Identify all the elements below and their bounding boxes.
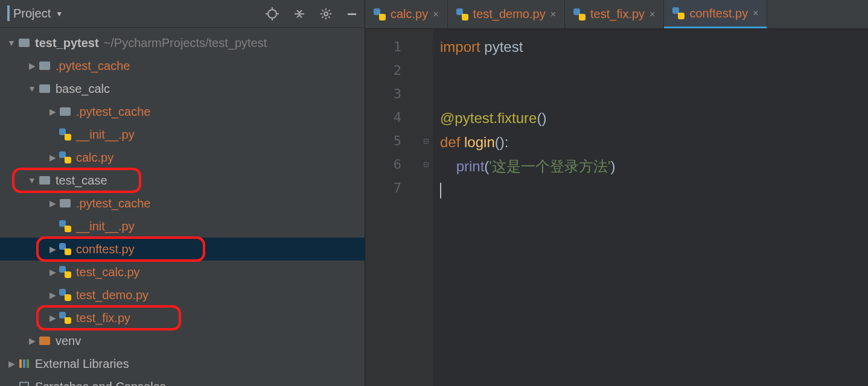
svg-point-0: [268, 10, 276, 18]
editor-area: calc.py×test_demo.py×test_fix.py×conftes…: [365, 0, 868, 386]
svg-line-14: [328, 10, 330, 11]
chevron-right-icon[interactable]: ▶: [48, 153, 57, 162]
svg-rect-17: [23, 359, 25, 368]
close-icon[interactable]: ×: [753, 8, 758, 19]
tab-label: conftest.py: [689, 7, 748, 21]
tree-item--pytest-cache[interactable]: ▶.pytest_cache: [0, 54, 365, 77]
chevron-right-icon[interactable]: ▶: [48, 244, 57, 254]
chevron-right-icon[interactable]: ▶: [7, 359, 16, 369]
tree-item--init-py[interactable]: ▶__init__.py: [0, 215, 365, 238]
project-title[interactable]: Project: [13, 7, 51, 21]
tree-item-label: test_demo.py: [76, 288, 148, 302]
chevron-down-icon[interactable]: ▼: [7, 38, 16, 48]
folder-icon: [59, 106, 71, 118]
python-file-icon: [59, 266, 71, 278]
chevron-right-icon[interactable]: ▶: [48, 290, 57, 300]
chevron-down-icon[interactable]: ▼: [28, 176, 36, 185]
tree-item-label: .pytest_cache: [76, 105, 150, 119]
tree-item-label: test_case: [56, 174, 107, 188]
folder-icon: [39, 83, 51, 95]
svg-line-12: [328, 16, 330, 17]
locate-icon[interactable]: [266, 7, 279, 21]
folder-icon: [18, 37, 30, 49]
fold-marker[interactable]: [420, 35, 433, 59]
project-view-icon[interactable]: [7, 7, 10, 21]
tree-item-label: test_calc.py: [76, 265, 140, 279]
project-sidebar: Project ▼ ▼test_pytest~/PycharmProjects/…: [0, 0, 365, 386]
fold-marker[interactable]: ⊟: [420, 153, 433, 176]
tree-item-label: test_pytest: [35, 36, 99, 50]
folder-icon: [39, 60, 51, 72]
python-file-icon: [59, 151, 71, 163]
tree-item-test-calc-py[interactable]: ▶test_calc.py: [0, 261, 365, 283]
tree-item-label: conftest.py: [76, 242, 135, 256]
fold-marker[interactable]: [420, 106, 433, 129]
svg-line-11: [322, 10, 324, 11]
tree-item--init-py[interactable]: ▶__init__.py: [0, 123, 365, 146]
tab-calc-py[interactable]: calc.py×: [365, 0, 448, 28]
close-icon[interactable]: ×: [649, 9, 655, 20]
external-libraries-icon: [18, 358, 30, 370]
chevron-right-icon[interactable]: ▶: [48, 198, 57, 208]
project-dropdown-icon[interactable]: ▼: [56, 10, 63, 18]
tree-item-label: __init__.py: [76, 220, 135, 233]
line-number: 7: [365, 176, 420, 200]
tree-item-calc-py[interactable]: ▶calc.py: [0, 146, 365, 169]
tree-item--pytest-cache[interactable]: ▶.pytest_cache: [0, 100, 365, 123]
tree-item-label: .pytest_cache: [56, 59, 130, 73]
line-number: 4: [365, 106, 420, 129]
python-file-icon: [59, 243, 71, 255]
tree-item-scratches-and-consoles[interactable]: ▶Scratches and Consoles: [0, 375, 365, 386]
tree-item-base-calc[interactable]: ▼base_calc: [0, 77, 365, 100]
tree-item-label: .pytest_cache: [76, 197, 150, 210]
fold-marker[interactable]: [420, 59, 433, 82]
close-icon[interactable]: ×: [433, 9, 438, 20]
svg-rect-15: [348, 13, 356, 15]
tree-item-label: Scratches and Consoles: [35, 380, 166, 386]
python-file-icon: [573, 8, 586, 21]
settings-icon[interactable]: [320, 8, 332, 20]
tab-conftest-py[interactable]: conftest.py×: [664, 0, 767, 28]
code-editor[interactable]: import pytest @pytest.fixture() def logi…: [433, 29, 868, 386]
chevron-right-icon[interactable]: ▶: [48, 107, 57, 116]
tree-item--pytest-cache[interactable]: ▶.pytest_cache: [0, 192, 365, 215]
tab-test-fix-py[interactable]: test_fix.py×: [565, 0, 664, 28]
tree-item-test-pytest[interactable]: ▼test_pytest~/PycharmProjects/test_pytes…: [0, 31, 365, 54]
svg-rect-18: [27, 359, 29, 368]
tab-test-demo-py[interactable]: test_demo.py×: [448, 0, 565, 28]
svg-rect-16: [19, 359, 22, 368]
tree-item-label: __init__.py: [76, 128, 135, 142]
tree-item-test-fix-py[interactable]: ▶test_fix.py: [0, 306, 365, 329]
python-file-icon: [59, 220, 71, 232]
tree-item-external-libraries[interactable]: ▶External Libraries: [0, 352, 365, 375]
python-file-icon: [374, 8, 386, 21]
line-number: 5: [365, 129, 420, 153]
chevron-right-icon[interactable]: ▶: [28, 61, 36, 71]
gutter: 1234567: [365, 29, 420, 386]
tree-item-path: ~/PycharmProjects/test_pytest: [104, 36, 267, 50]
chevron-right-icon[interactable]: ▶: [28, 336, 36, 346]
python-file-icon: [672, 7, 685, 19]
fold-marker[interactable]: ⊟: [420, 129, 433, 153]
chevron-right-icon[interactable]: ▶: [48, 267, 57, 277]
tree-item-test-case[interactable]: ▼test_case: [0, 169, 365, 192]
tree-item-conftest-py[interactable]: ▶conftest.py: [0, 238, 365, 261]
svg-line-13: [322, 16, 324, 17]
hide-icon[interactable]: [346, 8, 357, 19]
fold-marker[interactable]: [420, 82, 433, 106]
python-file-icon: [59, 289, 71, 301]
collapse-all-icon[interactable]: [293, 8, 305, 20]
tree-item-label: External Libraries: [35, 357, 129, 371]
close-icon[interactable]: ×: [550, 9, 556, 20]
project-tree: ▼test_pytest~/PycharmProjects/test_pytes…: [0, 28, 365, 386]
fold-marker[interactable]: [420, 176, 433, 200]
tab-label: calc.py: [391, 7, 428, 21]
chevron-right-icon[interactable]: ▶: [48, 313, 57, 323]
python-file-icon: [59, 128, 71, 141]
tree-item-venv[interactable]: ▶venv: [0, 329, 365, 352]
tree-item-test-demo-py[interactable]: ▶test_demo.py: [0, 283, 365, 306]
line-number: 1: [365, 35, 420, 59]
python-file-icon: [59, 312, 71, 324]
tab-label: test_fix.py: [590, 7, 645, 21]
chevron-down-icon[interactable]: ▼: [28, 84, 36, 93]
